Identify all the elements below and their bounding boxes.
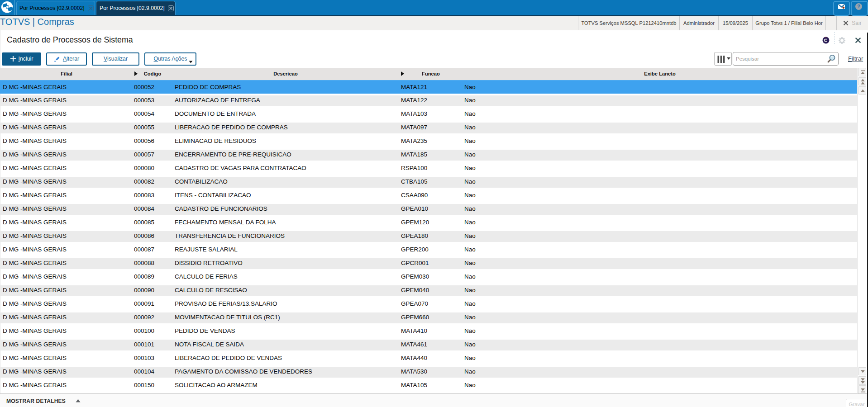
svg-text:?: ? — [857, 4, 860, 9]
